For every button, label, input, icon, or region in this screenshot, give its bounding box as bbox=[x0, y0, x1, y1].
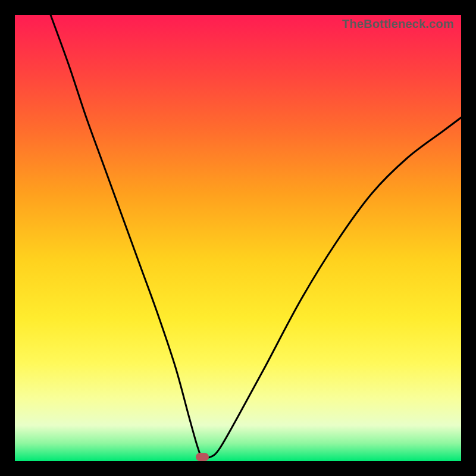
optimal-marker bbox=[196, 453, 209, 461]
bottleneck-curve bbox=[15, 15, 461, 461]
chart-plot-area: TheBottleneck.com bbox=[15, 15, 461, 461]
